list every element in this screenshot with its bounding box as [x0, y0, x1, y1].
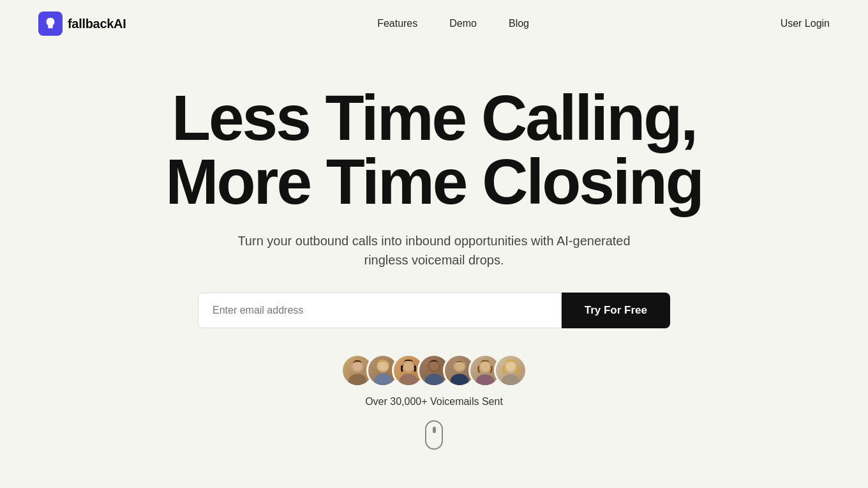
social-proof: Over 30,000+ Voicemails Sent [341, 354, 527, 408]
svg-point-7 [400, 374, 417, 385]
avatars-row [341, 354, 527, 387]
svg-point-11 [430, 362, 438, 370]
svg-point-16 [476, 374, 494, 385]
email-input[interactable] [198, 293, 562, 328]
svg-point-17 [481, 362, 490, 371]
headline-line1: Less Time Calling, [172, 82, 696, 153]
avatar-7 [494, 354, 527, 387]
svg-point-14 [455, 362, 464, 370]
svg-point-20 [506, 362, 515, 371]
nav-blog[interactable]: Blog [509, 18, 529, 29]
hero-subheadline: Turn your outbound calls into inbound op… [217, 231, 651, 270]
navbar: fallbackAI Features Demo Blog User Login [0, 0, 868, 47]
try-free-button[interactable]: Try For Free [562, 293, 670, 328]
hero-headline: Less Time Calling, More Time Closing [165, 86, 703, 213]
nav-links: Features Demo Blog [377, 18, 529, 29]
cta-row: Try For Free [198, 293, 670, 328]
svg-point-8 [404, 362, 413, 371]
user-login-link[interactable]: User Login [781, 18, 830, 29]
logo-icon [38, 11, 63, 36]
svg-point-10 [425, 374, 443, 385]
svg-point-2 [353, 362, 362, 370]
nav-features[interactable]: Features [377, 18, 417, 29]
svg-point-5 [378, 362, 387, 370]
scroll-indicator [425, 420, 443, 450]
scroll-dot [433, 427, 436, 433]
logo[interactable]: fallbackAI [38, 11, 126, 36]
svg-point-19 [502, 374, 520, 385]
voicemail-stat: Over 30,000+ Voicemails Sent [365, 396, 503, 408]
nav-demo[interactable]: Demo [449, 18, 477, 29]
headline-line2: More Time Closing [165, 146, 703, 217]
svg-point-13 [451, 374, 468, 385]
hero-section: Less Time Calling, More Time Closing Tur… [0, 47, 868, 475]
svg-point-4 [374, 374, 392, 385]
brand-name: fallbackAI [68, 17, 126, 31]
svg-point-1 [348, 374, 366, 385]
scroll-pill [425, 420, 443, 450]
